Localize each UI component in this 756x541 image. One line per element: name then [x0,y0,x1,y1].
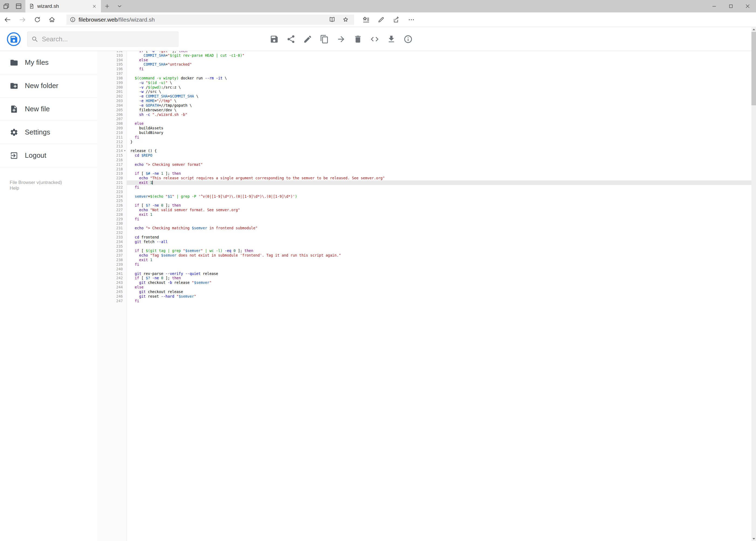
line-number[interactable]: 221 [97,181,123,185]
close-window-button[interactable] [739,0,756,12]
code-line-208[interactable]: 208 else [97,121,751,126]
line-number[interactable]: 214 [97,149,123,153]
line-number[interactable]: 199 [97,81,123,85]
show-tab-previews-button[interactable] [114,0,126,12]
code-line-224[interactable]: 224 semver=$(echo "$1" | grep -P '^v(0|[… [97,194,751,199]
line-number[interactable]: 236 [97,249,123,253]
line-number[interactable]: 215 [97,153,123,158]
line-number[interactable]: 195 [97,62,123,67]
line-number[interactable]: 247 [97,299,123,303]
set-tabs-aside-button[interactable] [0,0,12,12]
line-number[interactable]: 246 [97,294,123,299]
back-button[interactable] [0,12,15,27]
line-number[interactable]: 219 [97,171,123,176]
line-number[interactable]: 244 [97,285,123,289]
line-number[interactable]: 216 [97,158,123,162]
code-line-241[interactable]: 241 git rev-parse --verify --quiet relea… [97,271,751,276]
line-number[interactable]: 224 [97,194,123,199]
line-number[interactable]: 194 [97,58,123,62]
fold-arrow-icon[interactable]: ▾ [123,149,127,153]
code-line-229[interactable]: 229 fi [97,217,751,222]
refresh-button[interactable] [30,12,45,27]
page-scrollbar[interactable] [751,27,756,541]
code-line-235[interactable]: 235 [97,244,751,249]
line-number[interactable]: 217 [97,162,123,167]
hub-favorites-button[interactable] [359,12,374,27]
line-number[interactable]: 239 [97,262,123,267]
minimize-button[interactable] [706,0,722,12]
line-number[interactable]: 226 [97,203,123,208]
code-line-210[interactable]: 210 buildBinary [97,131,751,135]
sidebar-item-new-folder[interactable]: New folder [0,74,97,98]
code-line-196[interactable]: 196 fi [97,67,751,71]
line-number[interactable]: 230 [97,221,123,226]
info-button[interactable] [403,35,413,44]
line-number[interactable]: 238 [97,258,123,262]
line-number[interactable]: 210 [97,131,123,135]
code-line-202[interactable]: 202 -e COMMIT_SHA=$COMMIT_SHA \ [97,94,751,99]
line-number[interactable]: 241 [97,271,123,276]
code-editor[interactable]: 192 if [ -d ".git" ]; then193 COMMIT_SHA… [97,51,751,541]
line-number[interactable]: 240 [97,267,123,271]
search-bar[interactable] [27,32,178,47]
line-number[interactable]: 234 [97,240,123,244]
code-line-219[interactable]: 219 if [ $# -ne 1 ]; then [97,171,751,176]
reading-view-button[interactable] [327,15,337,25]
code-line-226[interactable]: 226 if [ $? -ne 0 ]; then [97,203,751,208]
search-input[interactable] [42,35,174,43]
copy-button[interactable] [320,35,329,44]
code-line-209[interactable]: 209 buildAssets [97,126,751,131]
line-number[interactable]: 227 [97,208,123,212]
code-line-231[interactable]: 231 echo "> Checking matching $semver in… [97,226,751,231]
scroll-up-button[interactable] [751,27,756,32]
line-number[interactable]: 211 [97,135,123,140]
code-line-193[interactable]: 193 COMMIT_SHA="$(git rev-parse HEAD | c… [97,53,751,58]
tabs-preview-button[interactable] [12,0,25,12]
line-number[interactable]: 201 [97,89,123,94]
line-number[interactable]: 222 [97,185,123,190]
line-number[interactable]: 220 [97,176,123,181]
code-line-198[interactable]: 198 $(command -v winpty) docker run --rm… [97,76,751,81]
address-bar[interactable]: filebrowser.web/files/wizard.sh [66,15,354,25]
url-text[interactable]: filebrowser.web/files/wizard.sh [79,16,324,23]
delete-button[interactable] [353,35,363,44]
code-line-227[interactable]: 227 echo "Not valid semver format. See s… [97,208,751,212]
move-button[interactable] [336,35,346,44]
line-number[interactable]: 243 [97,280,123,285]
line-number[interactable]: 209 [97,126,123,131]
code-line-197[interactable]: 197 [97,71,751,76]
code-line-222[interactable]: 222 fi [97,185,751,190]
code-line-245[interactable]: 245 git checkout release [97,289,751,294]
code-line-220[interactable]: 220 echo "This release script requires a… [97,176,751,181]
code-line-218[interactable]: 218 [97,167,751,172]
code-line-205[interactable]: 205 filebrowser/dev \ [97,108,751,112]
code-line-194[interactable]: 194 else [97,58,751,62]
code-line-239[interactable]: 239 fi [97,262,751,267]
code-line-230[interactable]: 230 [97,221,751,226]
code-line-195[interactable]: 195 COMMIT_SHA="untracked" [97,62,751,67]
tab-close-button[interactable] [91,3,98,10]
line-number[interactable]: 198 [97,76,123,81]
code-line-244[interactable]: 244 else [97,285,751,289]
code-line-228[interactable]: 228 exit 1 [97,212,751,217]
code-line-213[interactable]: 213 [97,144,751,149]
line-number[interactable]: 228 [97,212,123,217]
code-line-212[interactable]: 212} [97,140,751,144]
code-line-203[interactable]: 203 -e HOME="//tmp" \ [97,99,751,103]
forward-button[interactable] [15,12,30,27]
line-number[interactable]: 223 [97,190,123,194]
code-line-214[interactable]: 214▾release () { [97,149,751,153]
line-number[interactable]: 213 [97,144,123,149]
code-line-201[interactable]: 201 -w //src \ [97,89,751,94]
code-line-221[interactable]: 221 exit 1 [97,181,751,185]
raw-code-button[interactable] [370,35,379,44]
line-number[interactable]: 232 [97,231,123,235]
code-line-216[interactable]: 216 [97,158,751,162]
sidebar-item-logout[interactable]: Logout [0,144,97,167]
code-line-242[interactable]: 242 if [ $? -ne 0 ]; then [97,276,751,280]
code-line-247[interactable]: 247 fi [97,299,751,303]
code-line-192[interactable]: 192 if [ -d ".git" ]; then [97,51,751,53]
line-number[interactable]: 225 [97,199,123,203]
edit-button[interactable] [303,35,313,44]
code-line-225[interactable]: 225 [97,199,751,203]
